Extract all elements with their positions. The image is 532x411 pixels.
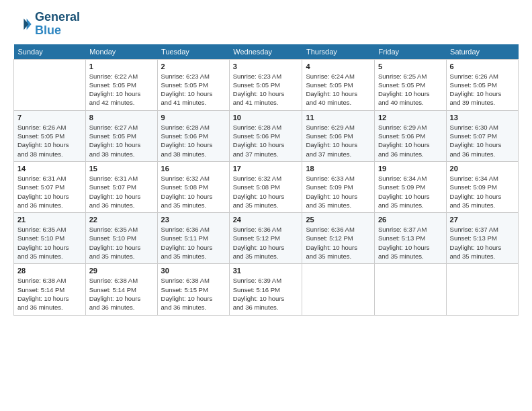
day-number: 18 (306, 165, 371, 173)
day-info: Sunrise: 6:31 AM Sunset: 5:07 PM Dayligh… (89, 174, 154, 210)
calendar-cell: 6Sunrise: 6:26 AM Sunset: 5:05 PM Daylig… (446, 59, 518, 110)
calendar-cell: 15Sunrise: 6:31 AM Sunset: 5:07 PM Dayli… (85, 161, 157, 212)
calendar-cell: 13Sunrise: 6:30 AM Sunset: 5:07 PM Dayli… (446, 110, 518, 161)
calendar-cell: 28Sunrise: 6:38 AM Sunset: 5:14 PM Dayli… (14, 264, 86, 315)
calendar-cell: 4Sunrise: 6:24 AM Sunset: 5:05 PM Daylig… (302, 59, 375, 110)
calendar-cell: 25Sunrise: 6:36 AM Sunset: 5:12 PM Dayli… (302, 213, 375, 264)
day-number: 3 (233, 62, 299, 71)
day-number: 7 (17, 113, 82, 122)
calendar-cell (375, 264, 447, 315)
day-number: 26 (378, 216, 443, 224)
calendar-cell: 17Sunrise: 6:32 AM Sunset: 5:08 PM Dayli… (229, 161, 302, 212)
calendar-cell: 30Sunrise: 6:38 AM Sunset: 5:15 PM Dayli… (157, 264, 229, 315)
day-info: Sunrise: 6:34 AM Sunset: 5:09 PM Dayligh… (378, 174, 443, 210)
day-info: Sunrise: 6:33 AM Sunset: 5:09 PM Dayligh… (306, 174, 371, 210)
day-info: Sunrise: 6:38 AM Sunset: 5:15 PM Dayligh… (161, 276, 226, 312)
calendar-cell: 2Sunrise: 6:23 AM Sunset: 5:05 PM Daylig… (157, 59, 229, 110)
day-number: 27 (450, 216, 515, 224)
day-number: 17 (233, 165, 299, 173)
day-number: 24 (233, 216, 299, 224)
day-info: Sunrise: 6:24 AM Sunset: 5:05 PM Dayligh… (306, 72, 371, 107)
page: General Blue SundayMondayTuesdayWednesda… (0, 0, 532, 411)
logo-icon (13, 15, 32, 34)
calendar-cell: 7Sunrise: 6:26 AM Sunset: 5:05 PM Daylig… (14, 110, 86, 161)
calendar-cell: 26Sunrise: 6:37 AM Sunset: 5:13 PM Dayli… (375, 213, 447, 264)
calendar-cell: 18Sunrise: 6:33 AM Sunset: 5:09 PM Dayli… (302, 161, 375, 212)
day-info: Sunrise: 6:37 AM Sunset: 5:13 PM Dayligh… (378, 225, 443, 261)
calendar-cell: 31Sunrise: 6:39 AM Sunset: 5:16 PM Dayli… (229, 264, 302, 315)
day-number: 2 (161, 62, 226, 71)
day-number: 13 (450, 113, 515, 122)
week-row-5: 28Sunrise: 6:38 AM Sunset: 5:14 PM Dayli… (14, 264, 519, 315)
calendar-cell: 16Sunrise: 6:32 AM Sunset: 5:08 PM Dayli… (157, 161, 229, 212)
calendar-table: SundayMondayTuesdayWednesdayThursdayFrid… (13, 44, 519, 316)
day-info: Sunrise: 6:35 AM Sunset: 5:10 PM Dayligh… (17, 225, 82, 261)
day-number: 30 (161, 267, 226, 275)
day-info: Sunrise: 6:35 AM Sunset: 5:10 PM Dayligh… (89, 225, 154, 261)
calendar-cell: 5Sunrise: 6:25 AM Sunset: 5:05 PM Daylig… (375, 59, 447, 110)
day-number: 1 (89, 62, 154, 71)
weekday-header-friday: Friday (375, 44, 447, 60)
day-info: Sunrise: 6:32 AM Sunset: 5:08 PM Dayligh… (233, 174, 299, 210)
calendar-cell (446, 264, 518, 315)
day-info: Sunrise: 6:26 AM Sunset: 5:05 PM Dayligh… (17, 123, 82, 158)
logo-text: General Blue (35, 11, 80, 38)
day-info: Sunrise: 6:32 AM Sunset: 5:08 PM Dayligh… (161, 174, 226, 210)
day-info: Sunrise: 6:38 AM Sunset: 5:14 PM Dayligh… (89, 276, 154, 312)
day-info: Sunrise: 6:28 AM Sunset: 5:06 PM Dayligh… (233, 123, 299, 158)
day-number: 23 (161, 216, 226, 224)
weekday-header-tuesday: Tuesday (157, 44, 229, 60)
day-info: Sunrise: 6:39 AM Sunset: 5:16 PM Dayligh… (233, 276, 299, 312)
day-info: Sunrise: 6:28 AM Sunset: 5:06 PM Dayligh… (161, 123, 226, 158)
day-info: Sunrise: 6:26 AM Sunset: 5:05 PM Dayligh… (450, 72, 515, 107)
day-info: Sunrise: 6:34 AM Sunset: 5:09 PM Dayligh… (450, 174, 515, 210)
calendar-cell: 22Sunrise: 6:35 AM Sunset: 5:10 PM Dayli… (85, 213, 157, 264)
day-info: Sunrise: 6:38 AM Sunset: 5:14 PM Dayligh… (17, 276, 82, 312)
calendar-cell: 8Sunrise: 6:27 AM Sunset: 5:05 PM Daylig… (85, 110, 157, 161)
day-number: 9 (161, 113, 226, 122)
weekday-header-saturday: Saturday (446, 44, 518, 60)
day-info: Sunrise: 6:23 AM Sunset: 5:05 PM Dayligh… (233, 72, 299, 107)
day-number: 8 (89, 113, 154, 122)
day-number: 19 (378, 165, 443, 173)
day-number: 4 (306, 62, 371, 71)
day-number: 14 (17, 165, 82, 173)
day-number: 6 (450, 62, 515, 71)
weekday-header-monday: Monday (85, 44, 157, 60)
day-info: Sunrise: 6:25 AM Sunset: 5:05 PM Dayligh… (378, 72, 443, 107)
weekday-header-thursday: Thursday (302, 44, 375, 60)
calendar-cell: 27Sunrise: 6:37 AM Sunset: 5:13 PM Dayli… (446, 213, 518, 264)
calendar-cell: 19Sunrise: 6:34 AM Sunset: 5:09 PM Dayli… (375, 161, 447, 212)
weekday-header-row: SundayMondayTuesdayWednesdayThursdayFrid… (14, 44, 519, 60)
calendar-cell: 10Sunrise: 6:28 AM Sunset: 5:06 PM Dayli… (229, 110, 302, 161)
day-info: Sunrise: 6:29 AM Sunset: 5:06 PM Dayligh… (378, 123, 443, 158)
day-number: 11 (306, 113, 371, 122)
day-info: Sunrise: 6:27 AM Sunset: 5:05 PM Dayligh… (89, 123, 154, 158)
calendar-cell (302, 264, 375, 315)
calendar-cell: 11Sunrise: 6:29 AM Sunset: 5:06 PM Dayli… (302, 110, 375, 161)
calendar-cell: 24Sunrise: 6:36 AM Sunset: 5:12 PM Dayli… (229, 213, 302, 264)
calendar-cell: 21Sunrise: 6:35 AM Sunset: 5:10 PM Dayli… (14, 213, 86, 264)
day-number: 16 (161, 165, 226, 173)
day-info: Sunrise: 6:31 AM Sunset: 5:07 PM Dayligh… (17, 174, 82, 210)
day-number: 15 (89, 165, 154, 173)
header: General Blue (13, 11, 519, 38)
calendar-cell: 3Sunrise: 6:23 AM Sunset: 5:05 PM Daylig… (229, 59, 302, 110)
week-row-4: 21Sunrise: 6:35 AM Sunset: 5:10 PM Dayli… (14, 213, 519, 264)
day-number: 5 (378, 62, 443, 71)
calendar-cell: 14Sunrise: 6:31 AM Sunset: 5:07 PM Dayli… (14, 161, 86, 212)
day-number: 10 (233, 113, 299, 122)
calendar-cell: 12Sunrise: 6:29 AM Sunset: 5:06 PM Dayli… (375, 110, 447, 161)
day-info: Sunrise: 6:23 AM Sunset: 5:05 PM Dayligh… (161, 72, 226, 107)
calendar-cell (14, 59, 86, 110)
day-number: 21 (17, 216, 82, 224)
day-info: Sunrise: 6:30 AM Sunset: 5:07 PM Dayligh… (450, 123, 515, 158)
week-row-2: 7Sunrise: 6:26 AM Sunset: 5:05 PM Daylig… (14, 110, 519, 161)
day-info: Sunrise: 6:36 AM Sunset: 5:11 PM Dayligh… (161, 225, 226, 261)
day-number: 29 (89, 267, 154, 275)
weekday-header-sunday: Sunday (14, 44, 86, 60)
day-info: Sunrise: 6:36 AM Sunset: 5:12 PM Dayligh… (233, 225, 299, 261)
day-number: 28 (17, 267, 82, 275)
day-number: 22 (89, 216, 154, 224)
calendar-cell: 1Sunrise: 6:22 AM Sunset: 5:05 PM Daylig… (85, 59, 157, 110)
